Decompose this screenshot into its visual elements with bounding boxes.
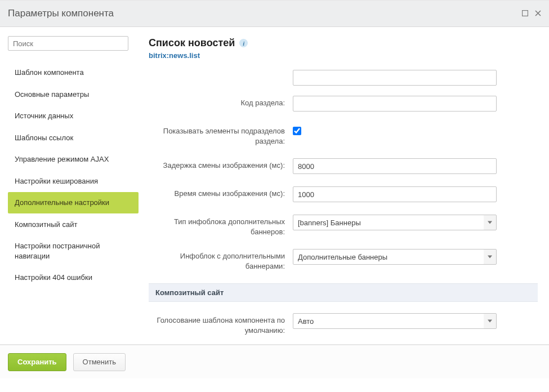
label-include-subsections: Показывать элементы подразделов раздела:	[149, 124, 293, 146]
svg-rect-0	[523, 11, 528, 16]
sidebar-item-composite[interactable]: Композитный сайт	[8, 214, 139, 235]
main-panel: Список новостей i bitrix:news.list Код р…	[145, 27, 549, 344]
sidebar-item-cache[interactable]: Настройки кеширования	[8, 171, 139, 192]
dialog-window-controls	[522, 10, 541, 17]
sidebar-item-ajax[interactable]: Управление режимом AJAX	[8, 149, 139, 170]
row-include-subsections: Показывать элементы подразделов раздела:	[149, 124, 538, 146]
iblock-select[interactable]: Дополнительные баннеры	[293, 249, 497, 265]
form-scroll-area[interactable]: Код раздела: Показывать элементы подразд…	[145, 64, 546, 344]
sidebar-nav: Шаблон компонента Основные параметры Ист…	[8, 62, 139, 288]
search-input[interactable]	[8, 36, 128, 51]
label-template-vote: Голосование шаблона компонента по умолча…	[149, 313, 293, 335]
label-iblock-type: Тип инфоблока дополнительных баннеров:	[149, 215, 293, 237]
image-speed-input[interactable]	[293, 186, 497, 202]
sidebar: Шаблон компонента Основные параметры Ист…	[0, 27, 145, 344]
dialog-footer: Сохранить Отменить	[0, 345, 549, 378]
field-top[interactable]	[293, 70, 497, 86]
main-header: Список новостей i bitrix:news.list	[145, 27, 546, 64]
template-vote-select[interactable]: Авто	[293, 313, 497, 329]
label-top	[149, 70, 293, 72]
sidebar-item-label: Композитный сайт	[15, 220, 77, 229]
sidebar-item-link-templates[interactable]: Шаблоны ссылок	[8, 127, 139, 149]
label-image-delay: Задержка смены изображения (мс):	[149, 158, 293, 171]
dialog-titlebar: Параметры компонента	[0, 0, 549, 27]
page-title: Список новостей	[149, 37, 235, 49]
row-image-delay: Задержка смены изображения (мс):	[149, 158, 538, 174]
sidebar-item-label: Управление режимом AJAX	[15, 155, 109, 163]
label-iblock: Инфоблок с дополнительными баннерами:	[149, 249, 293, 271]
sidebar-item-additional[interactable]: Дополнительные настройки	[8, 192, 139, 213]
section-code-input[interactable]	[293, 96, 497, 112]
cancel-button[interactable]: Отменить	[73, 353, 126, 371]
row-section-code: Код раздела:	[149, 96, 538, 112]
sidebar-item-template[interactable]: Шаблон компонента	[8, 62, 139, 83]
sidebar-item-label: Основные параметры	[15, 90, 89, 99]
include-subsections-checkbox[interactable]	[293, 127, 301, 135]
sidebar-item-main-params[interactable]: Основные параметры	[8, 84, 139, 105]
dialog-body: Шаблон компонента Основные параметры Ист…	[0, 27, 549, 345]
sidebar-item-label: Шаблон компонента	[15, 68, 84, 77]
component-code: bitrix:news.list	[149, 51, 542, 60]
iblock-type-select[interactable]: [banners] Баннеры	[293, 215, 497, 230]
close-icon[interactable]	[535, 10, 541, 17]
sidebar-item-label: Дополнительные настройки	[15, 198, 109, 207]
row-iblock-type: Тип инфоблока дополнительных баннеров: […	[149, 215, 538, 237]
label-image-speed: Время смены изображения (мс):	[149, 186, 293, 199]
sidebar-item-label: Шаблоны ссылок	[15, 133, 73, 142]
row-hidden-top	[149, 70, 538, 86]
sidebar-item-label: Настройки 404 ошибки	[15, 273, 92, 282]
label-section-code: Код раздела:	[149, 96, 293, 108]
sidebar-item-label: Настройки кеширования	[15, 177, 98, 185]
maximize-icon[interactable]	[522, 10, 528, 17]
save-button[interactable]: Сохранить	[8, 353, 66, 371]
row-iblock: Инфоблок с дополнительными баннерами: До…	[149, 249, 538, 271]
row-image-speed: Время смены изображения (мс):	[149, 186, 538, 202]
info-icon[interactable]: i	[239, 39, 248, 47]
sidebar-item-label: Настройки постраничной навигации	[15, 242, 100, 260]
sidebar-item-label: Источник данных	[15, 112, 73, 120]
row-template-vote: Голосование шаблона компонента по умолча…	[149, 313, 538, 335]
sidebar-item-404[interactable]: Настройки 404 ошибки	[8, 267, 139, 288]
sidebar-item-pagination[interactable]: Настройки постраничной навигации	[8, 235, 139, 266]
image-delay-input[interactable]	[293, 158, 497, 174]
sidebar-item-data-source[interactable]: Источник данных	[8, 105, 139, 127]
dialog-title: Параметры компонента	[8, 8, 114, 19]
section-header-composite: Композитный сайт	[149, 283, 538, 302]
